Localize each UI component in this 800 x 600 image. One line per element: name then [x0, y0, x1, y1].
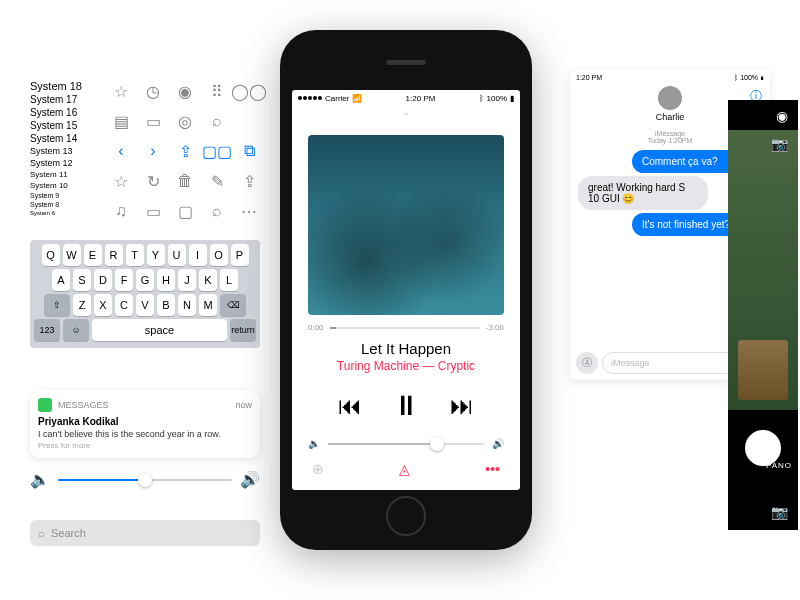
- share2-icon[interactable]: ⇪: [238, 170, 260, 192]
- key-Q[interactable]: Q: [42, 244, 60, 266]
- rewind-button[interactable]: ⏮: [338, 392, 362, 420]
- volume-slider[interactable]: 🔈 🔊: [30, 470, 260, 489]
- system-font-row: System 10: [30, 181, 105, 190]
- camera-mode-label[interactable]: PANO: [766, 461, 792, 470]
- album-art[interactable]: [308, 135, 504, 315]
- forward-icon[interactable]: ›: [142, 140, 164, 162]
- more-icon[interactable]: ⋯: [238, 200, 260, 222]
- key-Y[interactable]: Y: [147, 244, 165, 266]
- compass-icon[interactable]: ◎: [174, 110, 196, 132]
- add-icon[interactable]: ⊕: [312, 461, 324, 477]
- key-N[interactable]: N: [178, 294, 196, 316]
- list-icon[interactable]: ▤: [110, 110, 132, 132]
- system-font-row: System 9: [30, 192, 105, 199]
- share-icon[interactable]: ⇪: [174, 140, 196, 162]
- key-X[interactable]: X: [94, 294, 112, 316]
- music-icon[interactable]: ♫: [110, 200, 132, 222]
- volume-low-icon: 🔈: [30, 470, 50, 489]
- search2-icon[interactable]: ⌕: [206, 200, 228, 222]
- camera-viewfinder[interactable]: 📷: [728, 130, 798, 410]
- star2-icon[interactable]: ☆: [110, 170, 132, 192]
- blank-icon[interactable]: [238, 110, 260, 132]
- notification-card[interactable]: MESSAGES now Priyanka Kodikal I can't be…: [30, 390, 260, 458]
- trash-icon[interactable]: 🗑: [174, 170, 196, 192]
- notif-sender: Priyanka Kodikal: [38, 416, 252, 427]
- compose-icon[interactable]: ✎: [206, 170, 228, 192]
- filters-icon[interactable]: ◉: [776, 108, 788, 124]
- system-font-row: System 15: [30, 120, 105, 131]
- home-button[interactable]: [386, 496, 426, 536]
- search-field[interactable]: ⌕ Search: [30, 520, 260, 546]
- key-C[interactable]: C: [115, 294, 133, 316]
- user-icon[interactable]: ◉: [174, 80, 196, 102]
- key-V[interactable]: V: [136, 294, 154, 316]
- tabs-icon[interactable]: ⧉: [238, 140, 260, 162]
- key-S[interactable]: S: [73, 269, 91, 291]
- airplay-icon[interactable]: ◬: [399, 461, 410, 477]
- message-bubble-in[interactable]: great! Working hard S 10 GUI 😊: [578, 176, 708, 210]
- time-remaining: -3:06: [486, 323, 504, 332]
- forward-button[interactable]: ⏭: [450, 392, 474, 420]
- iphone-mockup: Carrier📶 1:20 PM ᛒ100%▮ ⌄ 0:00 -3:06 Let…: [280, 30, 532, 550]
- search-placeholder: Search: [51, 527, 86, 539]
- key-Z[interactable]: Z: [73, 294, 91, 316]
- key-G[interactable]: G: [136, 269, 154, 291]
- messages-app-icon: [38, 398, 52, 412]
- notif-hint: Press for more: [38, 441, 252, 450]
- system-font-row: System 8: [30, 201, 105, 208]
- refresh-icon[interactable]: ↻: [142, 170, 164, 192]
- key-⇧[interactable]: ⇧: [44, 294, 70, 316]
- camera-screen: ◉ 📷 PANO 📷: [728, 100, 798, 530]
- apps-icon[interactable]: ⠿: [206, 80, 228, 102]
- tv-icon[interactable]: ▢: [174, 200, 196, 222]
- key-num[interactable]: 123: [34, 319, 60, 341]
- status-time: 1:20 PM: [406, 94, 436, 103]
- thread-time: Today 1:20PM: [648, 137, 693, 144]
- key-D[interactable]: D: [94, 269, 112, 291]
- more-icon[interactable]: •••: [485, 461, 500, 477]
- key-⌫[interactable]: ⌫: [220, 294, 246, 316]
- key-W[interactable]: W: [63, 244, 81, 266]
- key-P[interactable]: P: [231, 244, 249, 266]
- bookmarks-icon[interactable]: ▢▢: [206, 140, 228, 162]
- system-font-row: System 12: [30, 158, 105, 168]
- contact-avatar[interactable]: [658, 86, 682, 110]
- key-emoji[interactable]: ☺: [63, 319, 89, 341]
- appstore-icon[interactable]: Ⓐ: [576, 352, 598, 374]
- back-icon[interactable]: ‹: [110, 140, 132, 162]
- search-icon[interactable]: ⌕: [206, 110, 228, 132]
- key-O[interactable]: O: [210, 244, 228, 266]
- key-U[interactable]: U: [168, 244, 186, 266]
- key-R[interactable]: R: [105, 244, 123, 266]
- clock-icon[interactable]: ◷: [142, 80, 164, 102]
- voicemail-icon[interactable]: ◯◯: [238, 80, 260, 102]
- card-icon[interactable]: ▭: [142, 110, 164, 132]
- key-H[interactable]: H: [157, 269, 175, 291]
- key-M[interactable]: M: [199, 294, 217, 316]
- key-E[interactable]: E: [84, 244, 102, 266]
- key-K[interactable]: K: [199, 269, 217, 291]
- key-space[interactable]: space: [92, 319, 227, 341]
- volume-high-icon: 🔊: [240, 470, 260, 489]
- system-font-row: System 18: [30, 80, 105, 92]
- key-L[interactable]: L: [220, 269, 238, 291]
- key-B[interactable]: B: [157, 294, 175, 316]
- switch-camera-icon[interactable]: 📷: [771, 504, 788, 520]
- camera-icon[interactable]: 📷: [771, 136, 788, 152]
- system-font-row: System 11: [30, 170, 105, 179]
- music-volume-slider[interactable]: 🔈 🔊: [308, 438, 504, 449]
- key-ret[interactable]: return: [230, 319, 256, 341]
- volume-high-icon: 🔊: [492, 438, 504, 449]
- keyboard[interactable]: QWERTYUIOPASDFGHJKL⇧ZXCVBNM⌫123☺spaceret…: [30, 240, 260, 348]
- key-T[interactable]: T: [126, 244, 144, 266]
- playback-progress[interactable]: 0:00 -3:06: [308, 323, 504, 332]
- video-icon[interactable]: ▭: [142, 200, 164, 222]
- key-A[interactable]: A: [52, 269, 70, 291]
- chevron-down-icon[interactable]: ⌄: [292, 106, 520, 117]
- key-F[interactable]: F: [115, 269, 133, 291]
- star-icon[interactable]: ☆: [110, 80, 132, 102]
- pause-button[interactable]: ⏸: [392, 389, 420, 422]
- key-J[interactable]: J: [178, 269, 196, 291]
- key-I[interactable]: I: [189, 244, 207, 266]
- icon-grid: ☆◷◉⠿◯◯▤▭◎⌕‹›⇪▢▢⧉☆↻🗑✎⇪♫▭▢⌕⋯: [110, 80, 260, 222]
